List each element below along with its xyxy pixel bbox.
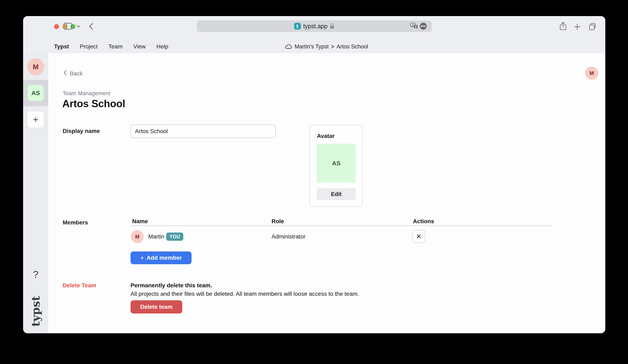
cloud-icon: [285, 44, 292, 49]
display-name-label: Display name: [63, 128, 100, 134]
header-user-avatar[interactable]: M: [585, 67, 598, 80]
menu-project[interactable]: Project: [80, 43, 98, 50]
lock-icon: [330, 23, 334, 29]
workspace-rail: M AS + ? typst: [23, 53, 48, 333]
plus-icon: +: [140, 254, 144, 262]
table-header-divider: [131, 225, 553, 226]
avatar-card: Avatar AS Edit: [309, 125, 362, 207]
delete-team-button[interactable]: Delete team: [131, 300, 182, 313]
tab-overview-icon[interactable]: [589, 23, 596, 31]
help-icon[interactable]: ?: [23, 269, 48, 280]
new-tab-icon[interactable]: [574, 24, 580, 30]
close-icon: ×: [416, 232, 421, 241]
member-name: Martin: [148, 233, 164, 240]
member-avatar: M: [131, 230, 144, 243]
sidebar-toggle-icon[interactable]: [64, 23, 72, 30]
svg-text:文: 文: [414, 26, 417, 28]
member-role: Administrator: [272, 233, 306, 240]
close-window-button[interactable]: [54, 24, 59, 29]
toolbar-divider: [75, 23, 76, 29]
app-body: M AS + ? typst Back Team Management Arto…: [23, 53, 605, 333]
members-label: Members: [63, 219, 88, 226]
column-header-actions: Actions: [413, 218, 434, 225]
menu-team[interactable]: Team: [108, 43, 122, 50]
remove-member-button[interactable]: ×: [412, 230, 425, 243]
typst-wordmark: typst: [23, 296, 48, 326]
back-link[interactable]: Back: [64, 70, 82, 77]
column-header-role: Role: [272, 218, 284, 225]
address-bar[interactable]: t typst.app A 文: [197, 20, 432, 32]
browser-chrome: t typst.app A 文: [23, 16, 605, 53]
main-content: Back Team Management Artos School M Disp…: [48, 53, 605, 333]
add-member-button[interactable]: + Add member: [131, 251, 192, 264]
delete-team-description: All projects and their files will be del…: [131, 291, 359, 297]
back-nav-icon[interactable]: [89, 23, 93, 30]
breadcrumb-team[interactable]: Martin's Typst: [295, 44, 329, 50]
back-chevron-icon: [64, 70, 67, 77]
rail-add-team-button[interactable]: +: [27, 111, 44, 128]
breadcrumb-separator: >: [331, 43, 334, 50]
menu-typst[interactable]: Typst: [54, 43, 69, 50]
team-avatar-preview: AS: [317, 144, 356, 183]
site-favicon: t: [294, 23, 301, 29]
screen: t typst.app A 文: [0, 0, 628, 364]
rail-team-avatar[interactable]: AS: [28, 85, 44, 101]
rail-user-avatar[interactable]: M: [27, 58, 44, 75]
app-menubar: Typst Project Team View Help: [54, 42, 168, 51]
breadcrumb: Martin's Typst > Artos School: [285, 42, 368, 51]
you-badge: YOU: [166, 232, 183, 241]
page-title: Artos School: [62, 98, 125, 110]
svg-text:A: A: [412, 23, 414, 27]
breadcrumb-page[interactable]: Artos School: [336, 44, 368, 50]
edit-avatar-button[interactable]: Edit: [317, 188, 356, 200]
avatar-card-label: Avatar: [317, 133, 335, 139]
extensions-menu-button[interactable]: •••: [420, 23, 427, 30]
section-eyebrow: Team Management: [63, 90, 110, 97]
chevron-down-icon[interactable]: [77, 25, 80, 28]
menu-view[interactable]: View: [133, 43, 146, 50]
url-text: typst.app: [303, 23, 328, 30]
display-name-input[interactable]: [131, 125, 276, 138]
menu-help[interactable]: Help: [156, 43, 168, 50]
delete-team-heading: Permanently delete this team.: [131, 282, 212, 289]
column-header-name: Name: [132, 218, 148, 225]
translate-icon[interactable]: A 文: [410, 23, 418, 30]
browser-window: t typst.app A 文: [23, 16, 605, 333]
delete-team-label: Delete Team: [63, 282, 96, 289]
share-icon[interactable]: [560, 22, 566, 30]
